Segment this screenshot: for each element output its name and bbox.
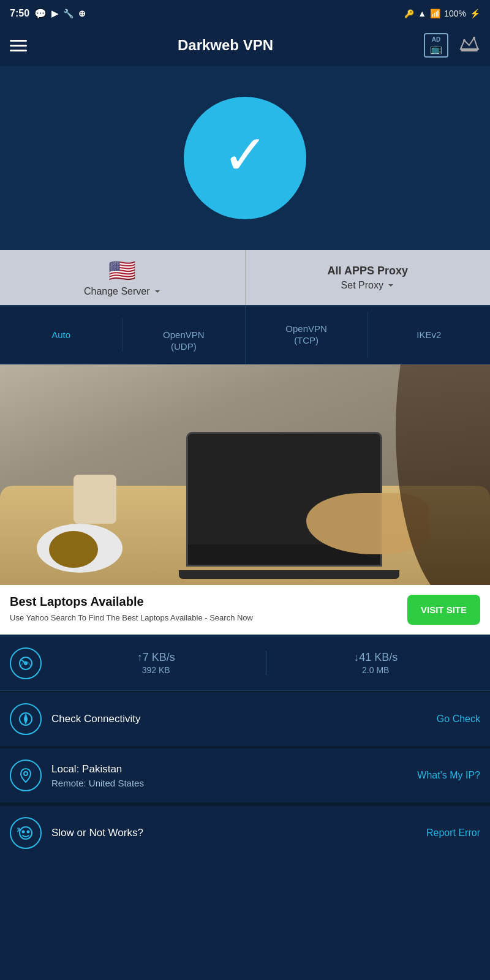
svg-point-1 (463, 39, 466, 42)
remote-ip-label: Remote: United States (51, 778, 407, 788)
protocol-tabs: Auto OpenVPN(UDP) OpenVPN(TCP) IKEv2 (0, 305, 490, 364)
go-check-button[interactable]: Go Check (437, 714, 480, 725)
connectivity-text: Check Connectivity (51, 712, 427, 726)
ad-banner: AD ▷ Best Laptops Available (0, 364, 490, 635)
tab-openvpn-udp[interactable]: OpenVPN(UDP) (123, 306, 245, 364)
ad-image (0, 364, 490, 585)
stats-row: ↑7 KB/s 392 KB ↓41 KB/s 2.0 MB (0, 636, 490, 691)
svg-point-9 (25, 718, 27, 720)
visit-site-button[interactable]: VISIT SITE (407, 595, 480, 625)
server-selector: 🇺🇸 Change Server All APPS Proxy Set Prox… (0, 250, 490, 305)
connection-status-circle[interactable]: ✓ (184, 97, 306, 219)
change-server-label: Change Server (84, 286, 161, 297)
ad-text-block: Best Laptops Available Use Yahoo Search … (10, 595, 400, 624)
svg-point-3 (477, 48, 479, 50)
ad-content-area: Best Laptops Available Use Yahoo Search … (0, 585, 490, 635)
ad-description: Use Yahoo Search To Find The Best Laptop… (10, 612, 400, 624)
download-total: 2.0 MB (271, 665, 481, 675)
battery-label: 100% (444, 9, 466, 18)
connected-panel: ✓ (0, 66, 490, 250)
change-server-button[interactable]: 🇺🇸 Change Server (0, 250, 246, 305)
error-label: Slow or Not Works? (51, 826, 417, 840)
pin-icon (17, 767, 34, 784)
location-icon (10, 760, 42, 791)
proxy-chevron-down-icon (387, 282, 394, 289)
svg-point-12 (23, 831, 24, 832)
battery-charging-icon: ⚡ (470, 9, 480, 18)
connectivity-icon (10, 703, 42, 735)
local-ip-label: Local: Pakistan (51, 762, 407, 777)
error-card: Slow or Not Works? Report Error (0, 805, 490, 860)
key-icon: 🔑 (404, 9, 414, 18)
chrome-icon: ⊕ (78, 9, 86, 18)
connectivity-label: Check Connectivity (51, 712, 427, 726)
ip-text: Local: Pakistan Remote: United States (51, 762, 407, 788)
signal-icon: 📶 (430, 9, 440, 18)
youtube-icon: ▶ (51, 9, 58, 18)
status-right: 🔑 ▲ 📶 100% ⚡ (404, 9, 480, 18)
download-speed: ↓41 KB/s (271, 651, 481, 664)
report-error-button[interactable]: Report Error (426, 827, 480, 839)
crown-button[interactable] (458, 33, 480, 58)
speedometer-icon (17, 655, 34, 672)
crown-icon (458, 33, 480, 55)
chevron-down-icon (154, 288, 161, 295)
svg-point-10 (24, 772, 28, 775)
proxy-title: All APPS Proxy (328, 265, 408, 277)
top-bar-actions: AD 📺 (424, 33, 480, 58)
stats-data: ↑7 KB/s 392 KB ↓41 KB/s 2.0 MB (51, 651, 480, 676)
tab-openvpn-tcp[interactable]: OpenVPN(TCP) (246, 312, 368, 358)
ad-button[interactable]: AD 📺 (424, 33, 448, 58)
top-bar: Darkweb VPN AD 📺 (0, 27, 490, 66)
check-icon: ✓ (222, 127, 268, 183)
tab-auto[interactable]: Auto (0, 318, 123, 352)
ip-card: Local: Pakistan Remote: United States Wh… (0, 748, 490, 804)
svg-point-2 (473, 37, 475, 39)
status-bar: 7:50 💬 ▶ 🔧 ⊕ 🔑 ▲ 📶 100% ⚡ (0, 0, 490, 27)
whats-my-ip-button[interactable]: What's My IP? (417, 770, 480, 781)
set-proxy-label: Set Proxy (341, 280, 394, 291)
wifi-icon: ▲ (418, 9, 426, 18)
time-display: 7:50 (10, 8, 29, 19)
server-flag: 🇺🇸 (108, 258, 136, 284)
ad-title: Best Laptops Available (10, 595, 400, 609)
upload-stats: ↑7 KB/s 392 KB (51, 651, 261, 675)
speed-icon (10, 647, 42, 679)
tab-ikev2[interactable]: IKEv2 (368, 318, 490, 352)
compass-icon (17, 710, 34, 728)
wrench-icon: 🔧 (63, 9, 74, 18)
set-proxy-button[interactable]: All APPS Proxy Set Proxy (246, 250, 491, 305)
download-stats: ↓41 KB/s 2.0 MB (271, 651, 481, 675)
app-title: Darkweb VPN (178, 37, 273, 54)
connectivity-card: Check Connectivity Go Check (0, 692, 490, 747)
error-icon (10, 817, 42, 849)
svg-point-13 (28, 831, 29, 832)
hamburger-menu-button[interactable] (10, 40, 27, 51)
status-left: 7:50 💬 ▶ 🔧 ⊕ (10, 8, 86, 20)
whatsapp-icon: 💬 (34, 8, 47, 20)
svg-point-5 (24, 662, 27, 665)
svg-rect-0 (461, 49, 478, 51)
error-text: Slow or Not Works? (51, 826, 417, 840)
smiley-icon (17, 824, 34, 842)
upload-speed: ↑7 KB/s (51, 651, 261, 664)
upload-total: 392 KB (51, 665, 261, 675)
